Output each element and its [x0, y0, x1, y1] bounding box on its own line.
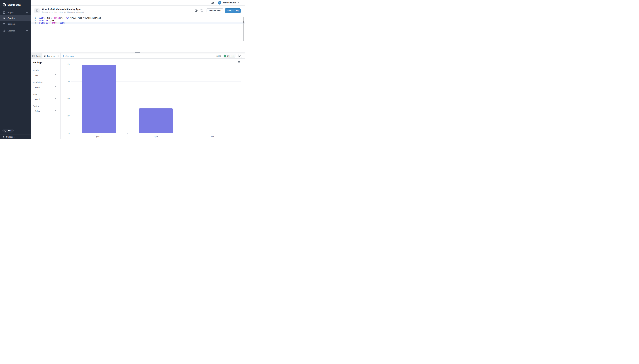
tab-label: Bar chart	[47, 55, 55, 57]
pane-splitter[interactable]	[31, 52, 245, 54]
y-axis-value: count	[35, 98, 40, 100]
field-label-series: Series	[33, 105, 58, 107]
x-axis-type-value: string	[35, 86, 40, 88]
history-icon[interactable]	[200, 9, 203, 12]
topbar: patrickdevivo	[31, 0, 245, 6]
chevron-down-icon	[26, 30, 28, 32]
user-menu[interactable]: patrickdevivo	[218, 1, 239, 4]
y-axis-tick-label: 120	[62, 63, 70, 65]
line-number: 1	[31, 17, 36, 19]
mergestat-logo-icon	[2, 3, 6, 7]
query-type-iconbox	[34, 8, 40, 13]
tab-table[interactable]: Table	[31, 54, 43, 58]
sidebar-footer: beta	[0, 127, 31, 134]
editor-scrollbar-thumb[interactable]	[243, 20, 244, 23]
tab-label: Table	[36, 55, 41, 57]
collapse-button[interactable]: Collapse	[0, 134, 31, 139]
app-window: MergeStat Repos Queries Connect Settings	[0, 0, 245, 139]
settings-heading: Settings	[33, 61, 58, 64]
sql-editor[interactable]: 1SELECT type, count(*) FROM trivy_repo_v…	[31, 16, 245, 52]
sidebar: MergeStat Repos Queries Connect Settings	[0, 0, 31, 139]
y-axis-tick-label: 60	[62, 98, 70, 100]
status-label: Success	[227, 55, 235, 57]
close-icon[interactable]	[57, 55, 59, 57]
x-axis-category-label: yarn	[184, 136, 241, 138]
line-number: 3	[31, 22, 36, 24]
run-query-button[interactable]: Run (⇧ + ↵)	[225, 8, 241, 13]
x-axis-select[interactable]: type	[33, 73, 58, 77]
save-as-new-button[interactable]: Save as new	[206, 8, 223, 13]
chart-bar-npm	[139, 108, 173, 133]
username: patrickdevivo	[223, 2, 236, 4]
caret-down-icon	[55, 110, 56, 112]
database-icon	[3, 22, 6, 25]
sidebar-item-settings[interactable]: Settings	[0, 28, 31, 34]
x-axis-value: type	[35, 74, 39, 76]
caret-down-icon	[55, 98, 56, 100]
add-view-button[interactable]: Add view	[62, 54, 76, 58]
docs-book-icon[interactable]	[211, 2, 214, 4]
results-body: Settings X-axis type X-axis type string …	[31, 58, 245, 139]
query-duration: 12ms	[217, 55, 221, 57]
add-view-label: Add view	[66, 55, 74, 57]
sidebar-item-repos[interactable]: Repos	[0, 10, 31, 15]
brand-logo[interactable]: MergeStat	[0, 0, 31, 10]
field-label-y-axis: Y-axis	[33, 93, 58, 95]
query-settings-gear-icon[interactable]	[195, 9, 197, 12]
x-axis-tick	[184, 134, 184, 134]
x-axis-line	[71, 133, 241, 134]
double-chevron-left-icon	[3, 136, 5, 138]
query-description-placeholder[interactable]: Enter a short description for this query…	[42, 11, 84, 14]
collapse-label: Collapse	[6, 136, 15, 138]
sidebar-item-label: Connect	[8, 23, 28, 25]
sidebar-item-queries[interactable]: Queries	[0, 15, 31, 21]
x-axis-tick	[127, 134, 128, 134]
sidebar-nav: Repos Queries Connect Settings	[0, 10, 31, 34]
chart-settings-panel: Settings X-axis type X-axis type string …	[31, 58, 61, 139]
expand-icon	[239, 55, 241, 57]
plus-icon	[62, 55, 65, 57]
x-axis-category-label: npm	[127, 136, 184, 138]
y-axis-tick-label: 0	[62, 132, 70, 134]
x-axis-category-label: gomod	[71, 136, 127, 138]
y-axis-select[interactable]: count	[33, 97, 58, 101]
splitter-drag-handle[interactable]	[135, 52, 140, 53]
editor-line[interactable]: 1SELECT type, count(*) FROM trivy_repo_v…	[31, 17, 245, 19]
terminal-icon	[36, 9, 39, 12]
topbar-divider	[216, 1, 216, 4]
editor-line[interactable]: 2GROUP BY type	[31, 19, 245, 22]
bar-chart: 0306090120gomodnpmyarn	[61, 58, 245, 139]
gear-icon	[3, 30, 6, 32]
terminal-icon	[3, 17, 6, 20]
caret-down-icon	[55, 74, 56, 76]
series-value: Select	[35, 110, 40, 112]
caret-down-icon	[238, 2, 239, 3]
field-label-x-axis-type: X-axis type	[33, 81, 58, 83]
field-label-x-axis: X-axis	[33, 69, 58, 71]
query-title[interactable]: Count of All Vulnerabilities by Type	[42, 8, 84, 10]
brand-name: MergeStat	[8, 3, 21, 6]
expand-results-button[interactable]	[238, 54, 242, 58]
text-caret	[65, 22, 65, 24]
chevron-down-icon	[26, 17, 28, 19]
person-icon	[219, 2, 221, 4]
x-axis-type-select[interactable]: string	[33, 85, 58, 89]
query-header: Count of All Vulnerabilities by Type Ent…	[31, 6, 245, 16]
bar-chart-icon	[44, 55, 46, 57]
avatar	[218, 1, 221, 4]
book-icon	[3, 11, 6, 14]
table-grid-icon	[32, 55, 35, 57]
sidebar-item-connect[interactable]: Connect	[0, 21, 31, 27]
results-header: Table Bar chart Add view 12ms Success	[31, 54, 245, 58]
chart-menu-icon[interactable]	[238, 61, 240, 63]
series-select[interactable]: Select	[33, 109, 58, 113]
chart-bar-gomod	[82, 65, 116, 133]
tab-bar-chart[interactable]: Bar chart	[43, 54, 61, 58]
x-axis-tick	[241, 134, 241, 134]
editor-lines: 1SELECT type, count(*) FROM trivy_repo_v…	[31, 17, 245, 24]
main-area: patrickdevivo Count of All Vulnerabiliti…	[31, 0, 245, 139]
status-badge: Success	[223, 54, 236, 58]
editor-line[interactable]: 3ORDER BY count(*) DESC	[31, 22, 245, 24]
tag-icon	[5, 130, 7, 132]
chevron-down-icon	[26, 12, 28, 14]
